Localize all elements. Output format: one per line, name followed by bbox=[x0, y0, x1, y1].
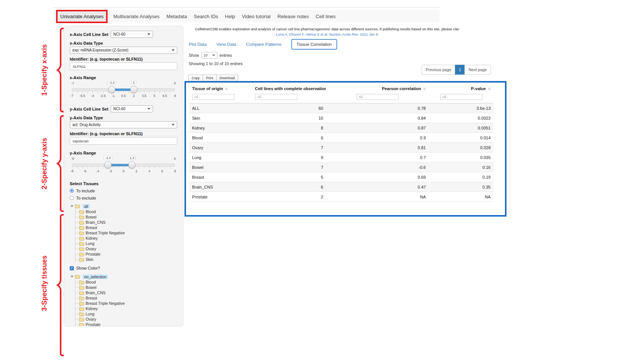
include-tree-item-prostate[interactable]: Prostate bbox=[75, 251, 177, 257]
color-tree-item-prostate[interactable]: Prostate bbox=[75, 322, 177, 326]
nav-item-cell-lines[interactable]: Cell lines bbox=[312, 14, 339, 19]
collapse-arrow-icon[interactable] bbox=[70, 205, 73, 207]
sort-icon[interactable]: ⇅ bbox=[488, 87, 491, 91]
sort-icon[interactable]: ⇅ bbox=[225, 87, 228, 91]
folder-icon bbox=[79, 236, 84, 240]
color-tree-item-lung[interactable]: Lung bbox=[75, 311, 177, 317]
include-tree-item-breast-triple-negative[interactable]: Breast Triple Negative bbox=[75, 230, 177, 236]
nav-item-video-tutorial[interactable]: Video tutorial bbox=[239, 14, 274, 19]
table-row[interactable]: Breast50.690.19 bbox=[189, 172, 494, 182]
column-header-label: Tissue of origin bbox=[192, 86, 223, 91]
include-tree-item-bowel[interactable]: Bowel bbox=[75, 214, 177, 220]
x-range-slider[interactable]: -7 8 -1.2 2 -7-5.5-4-2.5-10.523.556.58 bbox=[72, 81, 175, 99]
table-row[interactable]: Brain_CNS60.470.35 bbox=[189, 182, 494, 192]
color-tree-root[interactable]: no_selection bbox=[70, 274, 177, 279]
page-number-button[interactable]: 1 bbox=[455, 65, 465, 75]
folder-icon bbox=[79, 247, 84, 251]
include-tree-item-ovary[interactable]: Ovary bbox=[75, 246, 177, 251]
chevron-down-icon bbox=[172, 124, 175, 126]
include-tree-item-breast[interactable]: Breast bbox=[75, 225, 177, 230]
folder-icon bbox=[79, 257, 84, 262]
next-page-button[interactable]: Next page bbox=[464, 65, 491, 75]
include-tree-item-kidney[interactable]: Kidney bbox=[75, 236, 177, 241]
table-row[interactable]: Blood60.90.014 bbox=[189, 133, 494, 143]
nav-item-metadata[interactable]: Metadata bbox=[163, 14, 190, 19]
column-filter-input-pearson-correlation[interactable] bbox=[356, 94, 399, 100]
radio-icon[interactable] bbox=[70, 196, 74, 200]
table-cell: 60 bbox=[252, 103, 326, 113]
show-color-checkbox[interactable] bbox=[70, 266, 74, 270]
table-row[interactable]: Prostate2NANA bbox=[189, 192, 494, 202]
column-header-p-value[interactable]: P-value⇅ bbox=[429, 83, 494, 93]
include-tree-item-blood[interactable]: Blood bbox=[75, 209, 177, 214]
nav-item-search-ids[interactable]: Search IDs bbox=[191, 14, 222, 19]
color-tree-item-kidney[interactable]: Kidney bbox=[75, 306, 177, 311]
print-button[interactable]: Print bbox=[203, 75, 217, 81]
color-tree-item-breast[interactable]: Breast bbox=[75, 295, 177, 301]
column-filter-input-p-value[interactable] bbox=[440, 94, 483, 100]
y-data-type-select[interactable]: act: Drug Activity bbox=[70, 121, 177, 128]
y-identifier-input[interactable] bbox=[70, 137, 177, 145]
tab-compare-patterns[interactable]: Compare Patterns bbox=[246, 42, 281, 47]
tissue-scope-option-to-exclude[interactable]: To exclude bbox=[70, 195, 177, 200]
include-tree-item-brain-cns[interactable]: Brain_CNS bbox=[75, 220, 177, 225]
show-color-row[interactable]: Show Color? bbox=[70, 265, 177, 271]
download-button[interactable]: Download bbox=[216, 75, 238, 81]
column-filter-input-cell-lines-with-complete-observations[interactable] bbox=[255, 94, 297, 100]
column-filter-input-tissue-of-origin[interactable] bbox=[192, 94, 234, 100]
tab-view-data[interactable]: View Data bbox=[216, 42, 236, 47]
nav-item-univariate-analyses[interactable]: Univariate Analyses bbox=[56, 10, 108, 23]
table-row[interactable]: Lung90.70.035 bbox=[189, 153, 494, 162]
citation-link[interactable]: Luna A, Elloumi F, Varma S et al. Nuclei… bbox=[186, 32, 469, 36]
tree-item-label: Breast Triple Negative bbox=[86, 231, 125, 235]
citation-text: CellMinerCDB enables exploration and ana… bbox=[186, 27, 469, 31]
radio-icon[interactable] bbox=[70, 189, 74, 193]
column-header-pearson-correlation[interactable]: Pearson correlation⇅ bbox=[326, 83, 429, 93]
include-tree-root[interactable]: all bbox=[70, 203, 177, 209]
x-data-type-select[interactable]: exp: mRNA Expression (Z-Score) bbox=[70, 47, 177, 54]
color-tree-item-brain-cns[interactable]: Brain_CNS bbox=[75, 290, 177, 295]
include-tree-item-lung[interactable]: Lung bbox=[75, 241, 177, 246]
previous-page-button[interactable]: Previous page bbox=[422, 65, 455, 75]
column-header-label: Pearson correlation bbox=[382, 86, 421, 91]
table-cell: 9 bbox=[252, 153, 326, 162]
color-tree-item-ovary[interactable]: Ovary bbox=[75, 317, 177, 322]
nav-item-help[interactable]: Help bbox=[222, 14, 239, 19]
table-cell: 0.035 bbox=[429, 153, 494, 162]
table-row[interactable]: Kidney80.870.0051 bbox=[189, 123, 494, 133]
tab-tissue-correlation[interactable]: Tissue Correlation bbox=[291, 39, 337, 50]
x-cell-line-set-select[interactable]: NCI-60 bbox=[111, 31, 153, 38]
x-identifier-input[interactable] bbox=[70, 62, 177, 70]
table-row[interactable]: Bowel7-0.60.16 bbox=[189, 162, 494, 172]
copy-button[interactable]: Copy bbox=[188, 75, 203, 81]
tree-item-label: Prostate bbox=[86, 252, 100, 256]
tick-label: 3.5 bbox=[142, 94, 146, 98]
table-cell: 0.16 bbox=[429, 162, 494, 172]
color-tree-item-blood[interactable]: Blood bbox=[75, 279, 177, 285]
column-header-tissue-of-origin[interactable]: Tissue of origin⇅ bbox=[189, 83, 252, 93]
table-filter-row bbox=[189, 93, 494, 103]
table-row[interactable]: Ovary70.810.028 bbox=[189, 143, 494, 153]
tab-plot-data[interactable]: Plot Data bbox=[189, 42, 206, 47]
chevron-down-icon bbox=[147, 33, 150, 35]
nav-item-multivariate-analyses[interactable]: Multivariate Analyses bbox=[110, 14, 163, 19]
collapse-arrow-icon[interactable] bbox=[70, 276, 73, 278]
show-label: Show bbox=[189, 53, 199, 58]
include-tree-item-skin[interactable]: Skin bbox=[75, 257, 177, 262]
y-cell-line-set-select[interactable]: NCI-60 bbox=[111, 105, 153, 112]
nav-item-release-notes[interactable]: Release notes bbox=[274, 14, 312, 19]
tissue-scope-option-to-include[interactable]: To include bbox=[70, 188, 177, 193]
folder-icon bbox=[79, 291, 84, 295]
y-range-slider[interactable]: -8 8 -2.4 1.3 -8-6-4-202468 bbox=[72, 156, 175, 175]
table-cell: Skin bbox=[189, 113, 252, 123]
column-header-cell-lines-with-complete-observations[interactable]: Cell lines with complete observations⇅ bbox=[252, 83, 326, 93]
color-tree-item-breast-triple-negative[interactable]: Breast Triple Negative bbox=[75, 301, 177, 306]
sort-icon[interactable]: ⇅ bbox=[423, 87, 426, 91]
page-length-select[interactable]: 10 bbox=[202, 52, 217, 59]
table-row[interactable]: ALL600.783.6e-13 bbox=[189, 103, 494, 113]
table-row[interactable]: Skin100.840.0023 bbox=[189, 113, 494, 123]
color-tree-item-bowel[interactable]: Bowel bbox=[75, 285, 177, 290]
tree-item-label: Ovary bbox=[86, 317, 96, 321]
table-cell: Lung bbox=[189, 153, 252, 162]
column-header-label: Cell lines with complete observations bbox=[255, 86, 326, 91]
